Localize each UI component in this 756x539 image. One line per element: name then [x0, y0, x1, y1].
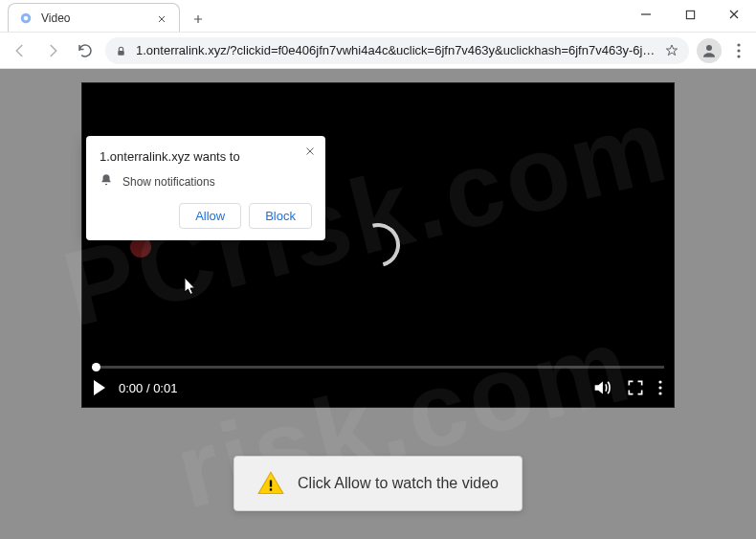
warning-icon	[257, 470, 284, 497]
url-text: 1.onterralink.xyz/?clickid=f0e406jfn7vwh…	[136, 43, 656, 57]
svg-point-10	[658, 392, 661, 394]
loading-spinner-icon	[348, 215, 409, 276]
video-player[interactable]: 0:00 / 0:01	[81, 82, 675, 408]
block-button[interactable]: Block	[249, 203, 312, 229]
page-content: PCrisk.com risk.com 0:00 / 0:01 Click Al…	[0, 69, 756, 539]
svg-point-6	[737, 49, 740, 52]
popup-permission-label: Show notifications	[122, 175, 215, 189]
tab-favicon	[18, 11, 33, 26]
player-controls: 0:00 / 0:01	[82, 369, 674, 407]
svg-rect-11	[270, 481, 272, 487]
popup-title: 1.onterralink.xyz wants to	[100, 149, 312, 164]
close-window-button[interactable]	[712, 0, 756, 29]
play-button[interactable]	[94, 380, 105, 395]
popup-close-icon[interactable]	[304, 144, 318, 157]
svg-point-8	[658, 380, 661, 383]
bell-icon	[100, 173, 113, 190]
svg-rect-3	[118, 50, 124, 55]
prompt-text: Click Allow to watch the video	[298, 475, 499, 492]
svg-point-1	[24, 15, 29, 20]
allow-button[interactable]: Allow	[179, 203, 241, 229]
svg-point-7	[737, 55, 740, 57]
fullscreen-icon[interactable]	[626, 378, 645, 397]
tab-close-icon[interactable]	[156, 11, 169, 25]
browser-tab[interactable]: Video	[8, 3, 180, 32]
svg-rect-2	[686, 11, 694, 18]
allow-prompt-box: Click Allow to watch the video	[233, 456, 523, 511]
window-controls	[624, 0, 756, 33]
svg-point-4	[706, 45, 712, 51]
svg-point-5	[737, 43, 740, 46]
profile-avatar[interactable]	[697, 38, 722, 63]
new-tab-button[interactable]	[186, 7, 211, 32]
omnibox[interactable]: 1.onterralink.xyz/?clickid=f0e406jfn7vwh…	[105, 37, 689, 64]
tab-title: Video	[41, 11, 148, 25]
reload-button[interactable]	[73, 38, 98, 63]
maximize-button[interactable]	[668, 0, 712, 29]
time-display: 0:00 / 0:01	[119, 381, 177, 395]
lock-icon	[115, 44, 128, 57]
forward-button[interactable]	[40, 38, 65, 63]
minimize-button[interactable]	[624, 0, 668, 29]
browser-menu-icon[interactable]	[729, 43, 748, 58]
titlebar: Video	[0, 0, 756, 33]
svg-point-9	[658, 386, 661, 389]
player-more-icon[interactable]	[658, 380, 662, 395]
back-button[interactable]	[8, 38, 33, 63]
notification-permission-popup: 1.onterralink.xyz wants to Show notifica…	[86, 136, 325, 240]
svg-rect-12	[270, 488, 272, 490]
volume-icon[interactable]	[591, 377, 612, 398]
bookmark-star-icon[interactable]	[664, 43, 679, 58]
address-bar: 1.onterralink.xyz/?clickid=f0e406jfn7vwh…	[0, 33, 756, 69]
popup-permission-row: Show notifications	[100, 173, 312, 190]
